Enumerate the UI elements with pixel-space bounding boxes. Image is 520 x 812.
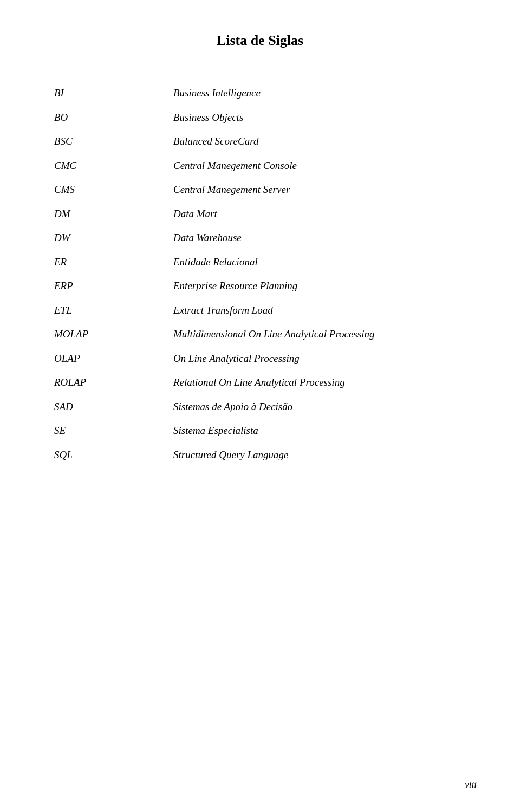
acronym-abbr: DM — [43, 202, 152, 226]
acronym-abbr: BI — [43, 81, 152, 106]
acronym-full: Entidade Relacional — [152, 250, 477, 275]
acronym-full: Business Objects — [152, 106, 477, 130]
acronym-row: SQLStructured Query Language — [43, 443, 477, 467]
acronym-row: CMCCentral Manegement Console — [43, 154, 477, 178]
acronym-full: Multidimensional On Line Analytical Proc… — [152, 322, 477, 347]
acronym-abbr: ERP — [43, 274, 152, 298]
page-number: viii — [465, 779, 477, 790]
acronym-abbr: SAD — [43, 395, 152, 419]
acronym-full: Extract Transform Load — [152, 298, 477, 323]
acronym-abbr: OLAP — [43, 347, 152, 371]
acronym-full: Central Manegement Server — [152, 178, 477, 202]
acronym-row: SADSistemas de Apoio à Decisão — [43, 395, 477, 419]
acronym-full: On Line Analytical Processing — [152, 347, 477, 371]
acronym-abbr: MOLAP — [43, 322, 152, 347]
acronym-full: Central Manegement Console — [152, 154, 477, 178]
acronym-table: BIBusiness IntelligenceBOBusiness Object… — [43, 81, 477, 467]
acronym-row: DWData Warehouse — [43, 226, 477, 250]
acronym-full: Business Intelligence — [152, 81, 477, 106]
acronym-abbr: SQL — [43, 443, 152, 467]
acronym-abbr: DW — [43, 226, 152, 250]
acronym-row: ROLAPRelational On Line Analytical Proce… — [43, 371, 477, 395]
acronym-row: DMData Mart — [43, 202, 477, 226]
acronym-full: Structured Query Language — [152, 443, 477, 467]
page: Lista de Siglas BIBusiness IntelligenceB… — [0, 0, 520, 812]
acronym-full: Data Warehouse — [152, 226, 477, 250]
acronym-row: BIBusiness Intelligence — [43, 81, 477, 106]
acronym-row: BOBusiness Objects — [43, 106, 477, 130]
acronym-abbr: BO — [43, 106, 152, 130]
acronym-full: Data Mart — [152, 202, 477, 226]
acronym-row: MOLAPMultidimensional On Line Analytical… — [43, 322, 477, 347]
acronym-abbr: BSC — [43, 129, 152, 154]
acronym-abbr: ER — [43, 250, 152, 275]
acronym-full: Enterprise Resource Planning — [152, 274, 477, 298]
acronym-row: BSCBalanced ScoreCard — [43, 129, 477, 154]
acronym-row: EREntidade Relacional — [43, 250, 477, 275]
acronym-row: CMSCentral Manegement Server — [43, 178, 477, 202]
acronym-full: Sistemas de Apoio à Decisão — [152, 395, 477, 419]
acronym-row: SESistema Especialista — [43, 419, 477, 443]
acronym-full: Sistema Especialista — [152, 419, 477, 443]
acronym-abbr: SE — [43, 419, 152, 443]
acronym-abbr: ROLAP — [43, 371, 152, 395]
acronym-abbr: CMS — [43, 178, 152, 202]
acronym-full: Balanced ScoreCard — [152, 129, 477, 154]
acronym-abbr: CMC — [43, 154, 152, 178]
acronym-abbr: ETL — [43, 298, 152, 323]
page-title: Lista de Siglas — [43, 33, 477, 49]
acronym-full: Relational On Line Analytical Processing — [152, 371, 477, 395]
acronym-row: ETLExtract Transform Load — [43, 298, 477, 323]
acronym-row: OLAPOn Line Analytical Processing — [43, 347, 477, 371]
acronym-row: ERPEnterprise Resource Planning — [43, 274, 477, 298]
